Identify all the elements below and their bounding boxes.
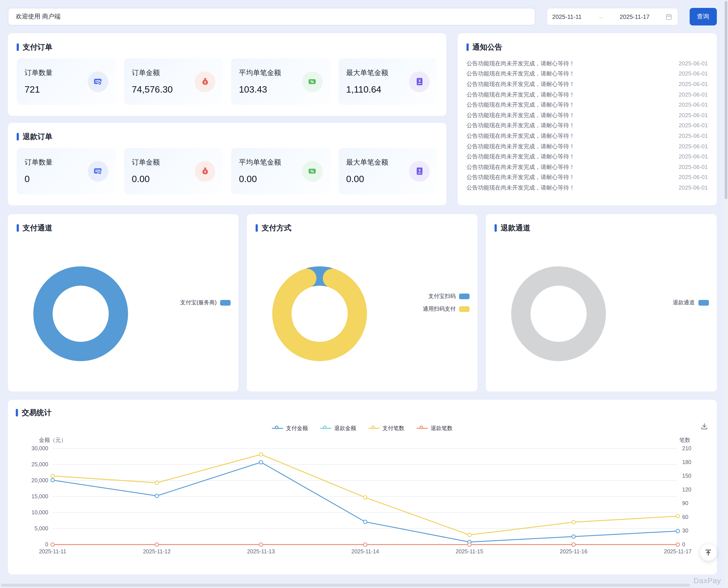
legend-swatch — [220, 300, 230, 306]
stat-card: 最大单笔金额0.00¥ — [338, 148, 438, 194]
stat-value: 74,576.30 — [132, 84, 173, 95]
stat-value: 721 — [25, 84, 52, 95]
notice-date: 2025-06-01 — [679, 122, 708, 130]
panel-title: 退款订单 — [17, 132, 438, 142]
notice-item[interactable]: 公告功能现在尚未开发完成，请耐心等待！2025-06-01 — [466, 172, 708, 183]
svg-text:0: 0 — [682, 541, 685, 547]
query-button[interactable]: 查询 — [689, 8, 716, 25]
title-accent-bar — [495, 224, 497, 232]
line-chart-area: 05,00010,00015,00020,00025,00030,0000306… — [16, 436, 709, 570]
notice-date: 2025-06-01 — [679, 142, 708, 150]
notice-date: 2025-06-01 — [679, 101, 708, 109]
transaction-stats-panel: 交易统计 支付金额退款金额支付笔数退款笔数 05,00010,00015,000… — [8, 400, 716, 574]
date-end[interactable]: 2025-11-17 — [620, 14, 649, 20]
notice-item[interactable]: 公告功能现在尚未开发完成，请耐心等待！2025-06-01 — [466, 100, 708, 110]
notice-item[interactable]: 公告功能现在尚未开发完成，请耐心等待！2025-06-01 — [466, 89, 708, 100]
svg-text:¥: ¥ — [418, 168, 420, 172]
panel-title-text: 支付订单 — [23, 42, 52, 52]
watermark: DaxPay — [693, 576, 721, 585]
svg-text:2025-11-13: 2025-11-13 — [247, 548, 275, 554]
legend-swatch — [698, 300, 709, 306]
notice-item[interactable]: 公告功能现在尚未开发完成，请耐心等待！2025-06-01 — [466, 79, 708, 89]
stat-label: 订单数量 — [25, 68, 52, 78]
notice-item[interactable]: 公告功能现在尚未开发完成，请耐心等待！2025-06-01 — [466, 183, 708, 193]
svg-text:2025-11-17: 2025-11-17 — [664, 548, 691, 554]
stat-value: 0.00 — [239, 174, 281, 184]
notice-text: 公告功能现在尚未开发完成，请耐心等待！ — [466, 70, 575, 78]
calendar-icon[interactable] — [666, 14, 672, 20]
notice-item[interactable]: 公告功能现在尚未开发完成，请耐心等待！2025-06-01 — [466, 162, 708, 172]
notice-text: 公告功能现在尚未开发完成，请耐心等待！ — [466, 122, 575, 130]
legend-label: 退款笔数 — [431, 424, 453, 432]
panel-title-text: 支付方式 — [262, 223, 291, 233]
date-start[interactable]: 2025-11-11 — [552, 14, 581, 20]
title-accent-bar — [17, 224, 19, 232]
back-to-top-button[interactable] — [700, 544, 716, 561]
dashboard-page: 欢迎使用 商户端 2025-11-11 → 2025-11-17 查询 支付订单 — [0, 0, 728, 588]
title-accent-bar — [17, 133, 19, 141]
line-chart: 05,00010,00015,00020,00025,00030,0000306… — [16, 436, 708, 568]
panel-title: 交易统计 — [16, 408, 709, 418]
legend-item[interactable]: 支付宝扫码 — [428, 293, 470, 300]
stat-card: 订单金额74,576.30¥ — [124, 58, 223, 105]
legend-label: 支付金额 — [286, 424, 308, 432]
refund-stat-cards: 订单数量0订单金额0.00¥平均单笔金额0.00%最大单笔金额0.00¥ — [17, 148, 438, 194]
order-list-icon — [87, 71, 108, 92]
download-icon[interactable] — [700, 423, 708, 430]
svg-text:25,000: 25,000 — [31, 461, 48, 467]
svg-text:金额（元）: 金额（元） — [39, 437, 66, 443]
notice-text: 公告功能现在尚未开发完成，请耐心等待！ — [466, 163, 575, 171]
notice-item[interactable]: 公告功能现在尚未开发完成，请耐心等待！2025-06-01 — [466, 110, 708, 121]
notice-item[interactable]: 公告功能现在尚未开发完成，请耐心等待！2025-06-01 — [466, 58, 708, 69]
legend-swatch — [459, 306, 470, 312]
legend-marker — [417, 426, 428, 431]
stat-label: 平均单笔金额 — [239, 158, 281, 167]
percent-icon: % — [302, 161, 323, 182]
stat-label: 最大单笔金额 — [346, 158, 388, 167]
notice-text: 公告功能现在尚未开发完成，请耐心等待！ — [466, 142, 575, 150]
legend-item[interactable]: 退款笔数 — [417, 424, 453, 432]
notice-text: 公告功能现在尚未开发完成，请耐心等待！ — [466, 153, 575, 161]
payment-method-donut-chart — [271, 265, 368, 364]
notice-item[interactable]: 公告功能现在尚未开发完成，请耐心等待！2025-06-01 — [466, 69, 708, 79]
stat-value: 0 — [25, 174, 52, 184]
stats-row: 支付订单 订单数量721订单金额74,576.30¥平均单笔金额103.43%最… — [8, 33, 716, 205]
svg-text:10,000: 10,000 — [31, 509, 48, 516]
legend-item[interactable]: 退款金额 — [320, 424, 356, 432]
money-bag-icon: ¥ — [195, 71, 215, 92]
title-accent-bar — [256, 224, 258, 232]
vertical-scrollbar-thumb[interactable] — [725, 1, 727, 199]
svg-text:150: 150 — [682, 472, 691, 479]
legend-item[interactable]: 退款通道 — [673, 299, 709, 307]
notice-item[interactable]: 公告功能现在尚未开发完成，请耐心等待！2025-06-01 — [466, 152, 708, 162]
date-range-picker[interactable]: 2025-11-11 → 2025-11-17 — [547, 8, 678, 25]
legend-item[interactable]: 支付宝(服务商) — [180, 299, 231, 307]
legend-item[interactable]: 通用扫码支付 — [423, 306, 470, 313]
panel-title: 支付方式 — [256, 223, 469, 233]
svg-text:30,000: 30,000 — [31, 445, 48, 451]
stat-value: 1,110.64 — [346, 84, 388, 95]
notice-item[interactable]: 公告功能现在尚未开发完成，请耐心等待！2025-06-01 — [466, 141, 708, 152]
svg-text:0: 0 — [45, 541, 48, 547]
max-amount-icon: ¥ — [409, 71, 429, 92]
notice-item[interactable]: 公告功能现在尚未开发完成，请耐心等待！2025-06-01 — [466, 131, 708, 141]
notice-text: 公告功能现在尚未开发完成，请耐心等待！ — [466, 132, 575, 140]
svg-text:¥: ¥ — [418, 79, 420, 83]
money-bag-icon: ¥ — [195, 161, 215, 182]
panel-title: 支付通道 — [17, 223, 230, 233]
max-amount-icon: ¥ — [409, 161, 429, 182]
notice-panel: 通知公告 公告功能现在尚未开发完成，请耐心等待！2025-06-01公告功能现在… — [458, 33, 716, 205]
notice-item[interactable]: 公告功能现在尚未开发完成，请耐心等待！2025-06-01 — [466, 121, 708, 131]
legend-item[interactable]: 支付金额 — [272, 424, 308, 432]
title-accent-bar — [16, 409, 18, 416]
svg-text:120: 120 — [682, 486, 691, 492]
notice-text: 公告功能现在尚未开发完成，请耐心等待！ — [466, 111, 575, 119]
donut-row: 支付通道 支付宝(服务商) 支付方式 支付宝扫码通用扫码支付 退款通道 — [8, 214, 716, 392]
notice-date: 2025-06-01 — [679, 60, 708, 68]
notice-date: 2025-06-01 — [679, 163, 708, 171]
legend-item[interactable]: 支付笔数 — [369, 424, 404, 432]
legend-label: 通用扫码支付 — [423, 306, 456, 313]
horizontal-scrollbar-thumb[interactable] — [1, 584, 690, 587]
donut-legend: 退款通道 — [673, 299, 709, 307]
date-range-arrow: → — [598, 14, 603, 20]
